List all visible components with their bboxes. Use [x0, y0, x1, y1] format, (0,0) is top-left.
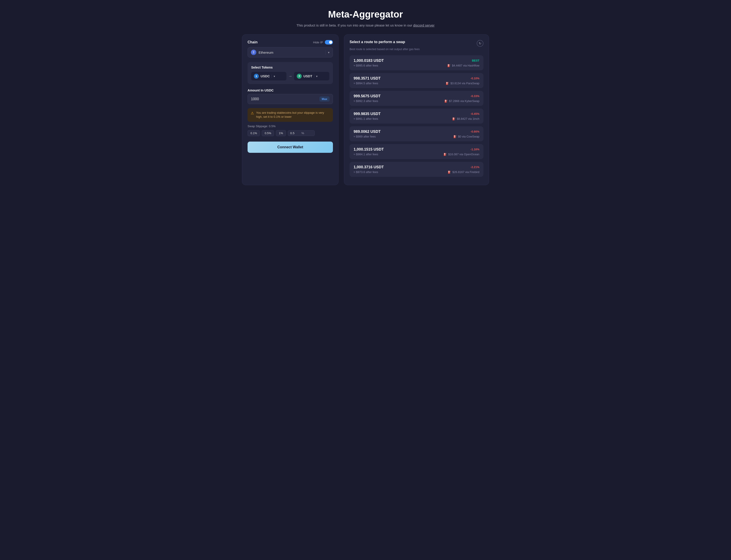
route-via: ⛽ $8.8427 via 1inch: [452, 117, 479, 120]
gas-icon: ⛽: [447, 64, 451, 67]
route-badge: -0.33%: [470, 95, 479, 98]
route-title: Select a route to perform a swap: [350, 40, 405, 44]
route-card-top: 999.5675 USDT -0.33%: [354, 94, 479, 98]
gas-icon: ⛽: [446, 82, 449, 85]
chain-label: Chain: [248, 40, 258, 44]
route-card-bottom: ≈ $994.5 after fees ⛽ $3.8134 via ParaSw…: [354, 82, 479, 85]
route-card-bottom: ≈ $984.1 after fees ⛽ $16.087 via OpenOc…: [354, 153, 479, 156]
route-via: ⛽ $4.4487 via Hashflow: [447, 64, 479, 67]
connect-wallet-button[interactable]: Connect Wallet: [248, 142, 333, 153]
slippage-btn-01[interactable]: 0.1%: [248, 130, 260, 136]
route-card-top: 1,000.0183 USDT BEST: [354, 58, 479, 63]
chain-selector[interactable]: Ξ Ethereum ▾: [248, 47, 333, 58]
refresh-icon[interactable]: ↻: [477, 40, 483, 47]
route-after-fees: ≈ $994.5 after fees: [354, 82, 378, 85]
slippage-pct-label: %: [302, 131, 304, 135]
route-header: Select a route to perform a swap ↻: [350, 40, 483, 47]
route-subtitle: Best route is selected based on net outp…: [350, 48, 483, 51]
route-amount: 1,000.0183 USDT: [354, 58, 384, 63]
route-after-fees: ≈ $989 after fees: [354, 135, 375, 138]
route-via: ⛽ $16.087 via OpenOcean: [443, 153, 479, 156]
route-after-fees: ≈ $984.1 after fees: [354, 153, 378, 156]
select-tokens-section: Select Tokens $ USDC ▾ → ₮ USDT ▾: [248, 62, 333, 84]
amount-input[interactable]: [251, 97, 320, 101]
max-button[interactable]: Max: [320, 96, 330, 102]
route-card[interactable]: 999.5675 USDT -0.33% ≈ $992.3 after fees…: [350, 91, 483, 106]
route-after-fees: ≈ $991.1 after fees: [354, 117, 378, 120]
token-to-name: USDT: [304, 74, 312, 78]
hide-ip-label: Hide IP: [313, 41, 323, 44]
left-panel: Chain Hide IP Ξ Ethereum ▾ Select Tokens…: [242, 34, 339, 185]
amount-section: Amount In USDC Max: [248, 89, 333, 104]
gas-icon: ⛽: [448, 171, 451, 174]
route-card[interactable]: 1,000.1515 USDT -1.16% ≈ $984.1 after fe…: [350, 144, 483, 159]
route-card-top: 1,000.1515 USDT -1.16%: [354, 147, 479, 152]
route-via: ⛽ $7.2866 via KyberSwap: [444, 99, 479, 103]
token-row: $ USDC ▾ → ₮ USDT ▾: [251, 72, 329, 80]
main-content: Chain Hide IP Ξ Ethereum ▾ Select Tokens…: [242, 34, 489, 185]
hide-ip-toggle[interactable]: Hide IP: [313, 40, 333, 44]
slippage-btn-1[interactable]: 1%: [276, 130, 286, 136]
chevron-down-icon: ▾: [328, 51, 330, 54]
route-header-text: Select a route to perform a swap: [350, 40, 405, 44]
page-subtitle: This product is still in beta. If you ru…: [4, 23, 727, 27]
route-badge: BEST: [472, 59, 479, 62]
chain-header: Chain Hide IP: [248, 40, 333, 44]
amount-label: Amount In USDC: [248, 89, 333, 92]
route-card-bottom: ≈ $995.6 after fees ⛽ $4.4487 via Hashfl…: [354, 64, 479, 67]
route-badge: -1.16%: [470, 148, 479, 151]
amount-input-wrapper: Max: [248, 94, 333, 104]
route-card[interactable]: 1,000.3716 USDT -2.21% ≈ $973.6 after fe…: [350, 162, 483, 177]
route-badge: -2.21%: [470, 166, 479, 169]
page-header: Meta-Aggregator This product is still in…: [4, 9, 727, 27]
usdt-icon: ₮: [297, 74, 302, 79]
route-card[interactable]: 998.3571 USDT -0.10% ≈ $994.5 after fees…: [350, 73, 483, 88]
route-after-fees: ≈ $992.3 after fees: [354, 99, 378, 103]
discord-link[interactable]: discord server: [413, 23, 434, 27]
route-amount: 998.3571 USDT: [354, 76, 380, 81]
gas-icon: ⛽: [444, 100, 448, 103]
right-panel: Select a route to perform a swap ↻ Best …: [344, 34, 489, 185]
route-card-bottom: ≈ $973.6 after fees ⛽ $26.8167 via Fireb…: [354, 170, 479, 174]
gas-icon: ⛽: [443, 153, 447, 156]
route-card-bottom: ≈ $992.3 after fees ⛽ $7.2866 via KyberS…: [354, 99, 479, 103]
token-from-selector[interactable]: $ USDC ▾: [251, 72, 287, 80]
route-card[interactable]: 999.9835 USDT -0.45% ≈ $991.1 after fees…: [350, 109, 483, 124]
route-amount: 1,000.1515 USDT: [354, 147, 384, 152]
gas-icon: ⛽: [452, 117, 455, 120]
slippage-buttons: 0.1% 0.5% 1% %: [248, 130, 333, 136]
route-card-bottom: ≈ $989 after fees ⛽ $0 via CowSwap: [354, 135, 479, 138]
route-card-top: 1,000.3716 USDT -2.21%: [354, 165, 479, 169]
slippage-custom-wrapper: %: [288, 130, 315, 136]
gas-icon: ⛽: [453, 135, 457, 138]
warning-box: ⚠ You are trading stablecoins but your s…: [248, 108, 333, 122]
token-to-selector[interactable]: ₮ USDT ▾: [294, 72, 329, 80]
route-amount: 999.9835 USDT: [354, 112, 380, 116]
warning-text: You are trading stablecoins but your sli…: [256, 111, 330, 119]
chevron-down-icon: ▾: [274, 75, 275, 78]
slippage-info: Swap Slippage: 0.5%: [248, 124, 333, 128]
slippage-btn-05[interactable]: 0.5%: [262, 130, 274, 136]
route-badge: -0.45%: [470, 112, 479, 116]
toggle-switch[interactable]: [325, 40, 333, 44]
page-title: Meta-Aggregator: [4, 9, 727, 20]
route-amount: 989.0062 USDT: [354, 129, 380, 134]
slippage-input[interactable]: [290, 131, 302, 135]
route-card[interactable]: 989.0062 USDT -0.66% ≈ $989 after fees ⛽…: [350, 126, 483, 141]
route-after-fees: ≈ $973.6 after fees: [354, 170, 378, 174]
warning-icon: ⚠: [251, 111, 254, 115]
chain-divider: [326, 50, 326, 55]
route-card-top: 989.0062 USDT -0.66%: [354, 129, 479, 134]
usdc-icon: $: [254, 74, 259, 79]
token-divider: [272, 74, 272, 78]
ethereum-icon: Ξ: [251, 50, 256, 55]
chevron-down-icon: ▾: [316, 75, 318, 78]
route-amount: 1,000.3716 USDT: [354, 165, 384, 169]
route-amount: 999.5675 USDT: [354, 94, 380, 98]
route-card-top: 998.3571 USDT -0.10%: [354, 76, 479, 81]
route-via: ⛽ $0 via CowSwap: [453, 135, 479, 138]
route-card[interactable]: 1,000.0183 USDT BEST ≈ $995.6 after fees…: [350, 55, 483, 70]
route-badge: -0.10%: [470, 77, 479, 80]
chain-name: Ethereum: [259, 51, 323, 54]
token-from-name: USDC: [261, 74, 270, 78]
